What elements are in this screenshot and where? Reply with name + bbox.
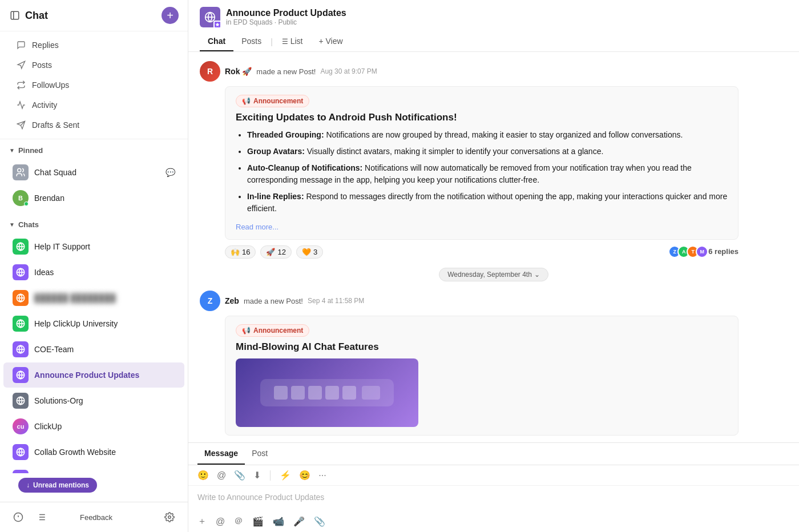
replies-label: Replies [32,41,59,50]
sidebar-item-solutions-org[interactable]: Solutions-Org [3,388,184,413]
reply-avatars: Z A T M [668,245,705,258]
sidebar-item-coe-team[interactable]: COE-Team [3,337,184,362]
sidebar-item-chat-squad[interactable]: Chat Squad 💬 [3,160,184,185]
message-content-1: 📢 Announcement Exciting Updates to Andro… [225,86,788,259]
sidebar: Chat + Replies Posts FollowUps Ac [0,0,188,532]
svg-marker-36 [216,23,220,26]
sidebar-item-help-it[interactable]: Help IT Support [3,234,184,259]
toolbar-smile-icon[interactable]: 🙂 [197,470,209,481]
toolbar-download-icon[interactable]: ⬇ [253,470,261,481]
composer: Message Post 🙂 @ 📎 ⬇ ⚡ 😊 ··· Write to An… [188,442,799,532]
channel-header: Announce Product Updates in EPD Squads ·… [188,0,799,52]
toolbar-emoji-plus-icon[interactable]: 😊 [299,470,310,481]
chat-squad-avatar [13,164,29,180]
brendan-status [24,201,29,206]
sidebar-item-blurred[interactable]: ██████ ████████ [3,285,184,311]
sidebar-item-ideas[interactable]: Ideas [3,260,184,285]
blurred-name: ██████ ████████ [34,293,175,303]
footer-feedback-button[interactable]: Feedback [73,510,119,525]
blurred-avatar [13,290,29,306]
posts-label: Posts [32,61,52,70]
footer-gear-button[interactable] [160,508,179,526]
chats-label: Chats [18,220,39,229]
composer-toolbar: 🙂 @ 📎 ⬇ ⚡ 😊 ··· [188,465,799,486]
action-video-icon[interactable]: 📹 [273,516,284,527]
zeb-avatar: Z [200,291,220,311]
sidebar-item-posts[interactable]: Posts [5,55,183,75]
sidebar-item-collab-gtm[interactable]: Collab GTM & Product [3,465,184,473]
sidebar-item-announce[interactable]: Announce Product Updates [3,362,184,388]
unread-mentions-label: Unread mentions [33,481,89,489]
drafts-icon [16,120,26,130]
solutions-org-avatar [13,393,29,409]
channel-meta: in EPD Squads · Public [226,18,346,26]
action-giphy-icon[interactable]: 🎬 [252,516,264,527]
rok-avatar: R [200,61,220,82]
sidebar-item-activity[interactable]: Activity [5,95,183,115]
action-paperclip-icon[interactable]: 📎 [314,516,325,527]
channel-avatar-badge [213,21,221,29]
channel-title-row: Announce Product Updates in EPD Squads ·… [200,7,788,32]
action-at-icon[interactable]: @ [216,517,225,527]
composer-actions: ＋ @ ＠ 🎬 📹 🎤 📎 [188,511,799,532]
action-mention-icon[interactable]: ＠ [234,515,243,527]
add-chat-button[interactable]: + [162,7,179,24]
post-card-2: 📢 Announcement Mind-Blowing AI Chat Feat… [225,316,739,436]
composer-input-area[interactable]: Write to Announce Product Updates [188,486,799,511]
svg-rect-0 [11,11,19,19]
reaction-1[interactable]: 🙌 16 [225,245,256,259]
toolbar-at-icon[interactable]: @ [217,470,226,481]
main-content: Announce Product Updates in EPD Squads ·… [188,0,799,532]
tab-posts[interactable]: Posts [233,32,269,51]
reply-avatar-4: M [696,245,708,258]
composer-tab-message[interactable]: Message [197,443,245,465]
help-it-avatar [13,239,29,255]
sidebar-item-clickup[interactable]: cu ClickUp [3,414,184,439]
unread-mentions-button[interactable]: ↓ Unread mentions [18,478,97,493]
tab-chat[interactable]: Chat [200,32,233,51]
replies-count-1[interactable]: 6 replies [708,247,739,256]
posts-icon [16,60,26,70]
sidebar-item-replies[interactable]: Replies [5,35,183,55]
followups-label: FollowUps [32,80,69,90]
sidebar-item-brendan[interactable]: B Brendan [3,186,184,211]
footer-info-button[interactable] [9,508,27,526]
svg-point-5 [18,168,21,172]
ideas-name: Ideas [34,268,175,277]
sidebar-item-drafts[interactable]: Drafts & Sent [5,115,183,135]
ideas-avatar [13,264,29,280]
pinned-section-header[interactable]: ▼ Pinned [0,142,188,159]
date-chip[interactable]: Wednesday, September 4th ⌄ [439,268,548,281]
unread-mentions-container: ↓ Unread mentions [0,473,188,502]
zeb-time: Sep 4 at 11:58 PM [308,297,364,305]
read-more-link[interactable]: Read more... [236,223,279,231]
sidebar-item-followups[interactable]: FollowUps [5,75,183,95]
pinned-chevron: ▼ [9,147,15,154]
chats-section-header[interactable]: ▼ Chats [0,216,188,233]
reaction-2[interactable]: 🚀 12 [260,245,291,259]
sidebar-item-help-clickup[interactable]: Help ClickUp University [3,311,184,336]
footer-list-button[interactable] [32,508,50,526]
tab-divider: | [269,37,274,46]
coe-team-name: COE-Team [34,345,175,354]
pinned-label: Pinned [18,146,43,155]
reaction-3[interactable]: 🧡 3 [296,245,323,259]
date-label: Wednesday, September 4th [447,271,532,279]
post-image [236,358,418,427]
composer-tab-post[interactable]: Post [245,443,275,465]
tab-view[interactable]: + View [310,32,350,51]
toolbar-lightning-icon[interactable]: ⚡ [280,470,291,481]
tab-list[interactable]: ☰ List [274,32,311,51]
brendan-avatar-text: B [18,195,23,201]
action-plus-icon[interactable]: ＋ [197,515,207,527]
channel-tabs: Chat Posts | ☰ List + View [200,32,788,51]
sidebar-item-collab-growth[interactable]: Collab Growth Website [3,440,184,465]
brendan-avatar: B [13,190,29,206]
toolbar-preview [274,386,380,400]
action-mic-icon[interactable]: 🎤 [293,516,305,527]
toolbar-more-icon[interactable]: ··· [318,470,326,481]
activity-icon [16,100,26,110]
toolbar-attachment-icon[interactable]: 📎 [234,470,245,481]
toolbar-separator [270,470,271,481]
pinned-section: ▼ Pinned Chat Squad 💬 B Brendan [0,139,188,213]
